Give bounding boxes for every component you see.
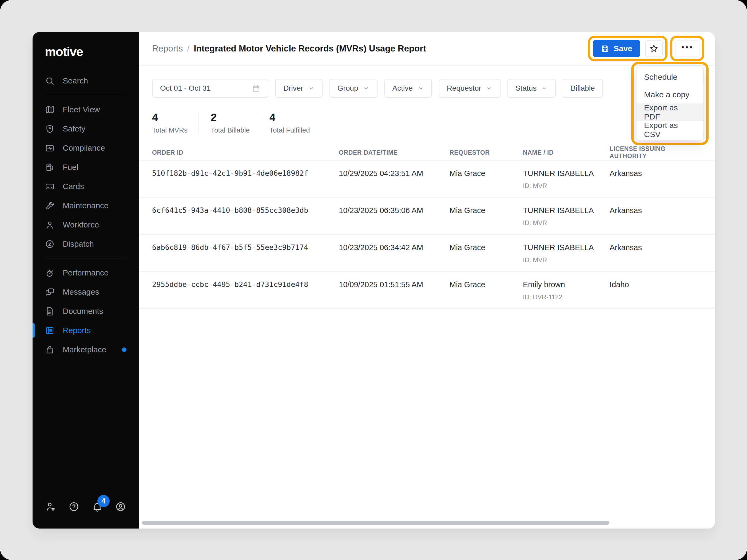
sidebar-item-label: Marketplace [63, 345, 106, 354]
sidebar-item-label: Messages [63, 288, 99, 296]
admin-settings-button[interactable] [44, 500, 57, 513]
table-header-row: ORDER ID ORDER DATE/TIME REQUESTOR NAME … [139, 145, 715, 161]
person-icon [45, 220, 55, 230]
stopwatch-icon [45, 268, 55, 278]
favorite-button[interactable] [645, 40, 663, 57]
sidebar-item-label: Documents [63, 306, 103, 316]
more-options-button[interactable]: ··· [675, 40, 699, 57]
column-header-order-id: ORDER ID [152, 149, 339, 156]
cell-authority: Arkansas [610, 169, 702, 178]
table-row: 6ab6c819-86db-4f67-b5f5-55ee3c9b7174 10/… [139, 235, 715, 272]
sidebar: motive Search Fleet View Safety Complian… [32, 32, 139, 529]
group-filter[interactable]: Group [330, 79, 378, 98]
page-title: Integrated Motor Vehicle Records (MVRs) … [194, 44, 426, 54]
sidebar-item-label: Reports [63, 326, 91, 335]
sidebar-item-reports[interactable]: Reports [32, 321, 139, 340]
menu-item-make-a-copy[interactable]: Make a copy [637, 86, 703, 104]
cell-order-datetime: 10/09/2025 01:51:55 AM [339, 280, 449, 289]
cell-requestor: Mia Grace [449, 206, 523, 215]
column-header-requestor: REQUESTOR [449, 149, 523, 156]
horizontal-scrollbar[interactable] [142, 521, 609, 525]
filter-label: Billable [571, 84, 595, 92]
cell-name-id: TURNER ISABELLA ID: MVR [523, 243, 610, 264]
save-button[interactable]: Save [593, 40, 640, 57]
sidebar-item-maintenance[interactable]: Maintenance [32, 196, 139, 215]
sidebar-item-documents[interactable]: Documents [32, 301, 139, 321]
column-header-license-issuing-authority: LICENSE ISSUING AUTHORITY [610, 145, 702, 160]
cell-authority: Arkansas [610, 206, 702, 215]
page-header: Reports / Integrated Motor Vehicle Recor… [139, 32, 715, 65]
search-icon [45, 76, 55, 86]
sidebar-item-label: Workforce [63, 220, 99, 229]
table-row: 2955ddbe-ccbc-4495-b241-d731c91de4f8 10/… [139, 272, 715, 309]
notifications-button[interactable]: 4 [91, 500, 104, 513]
cell-requestor: Mia Grace [449, 243, 523, 252]
credit-card-icon [45, 182, 55, 191]
sidebar-item-label: Fleet View [63, 105, 100, 114]
app-window: motive Search Fleet View Safety Complian… [32, 32, 715, 529]
sidebar-item-workforce[interactable]: Workforce [32, 215, 139, 234]
help-button[interactable] [68, 500, 80, 513]
sidebar-item-safety[interactable]: Safety [32, 119, 139, 138]
filters-bar: Oct 01 - Oct 31 Driver Group Active Requ… [152, 79, 702, 98]
more-options-menu: Schedule Make a copy Export as PDF Expor… [636, 67, 704, 140]
sidebar-item-performance[interactable]: Performance [32, 263, 139, 283]
cell-name: TURNER ISABELLA [523, 169, 610, 178]
sidebar-divider [45, 258, 126, 259]
account-button[interactable] [114, 500, 127, 513]
chevron-down-icon [541, 85, 548, 91]
sidebar-item-label: Dispatch [63, 239, 94, 248]
date-range-filter[interactable]: Oct 01 - Oct 31 [152, 79, 268, 98]
chevron-down-icon [363, 85, 369, 91]
mvr-usage-table: ORDER ID ORDER DATE/TIME REQUESTOR NAME … [139, 145, 715, 309]
stat-total-fulfilled: 4 Total Fulfilled [257, 111, 315, 134]
sidebar-item-cards[interactable]: Cards [32, 177, 139, 196]
sidebar-item-fleet-view[interactable]: Fleet View [32, 100, 139, 119]
notifications-badge: 4 [97, 495, 110, 507]
menu-item-export-as-csv[interactable]: Export as CSV [637, 121, 703, 139]
stat-value: 4 [152, 111, 198, 124]
cell-order-id: 6ab6c819-86db-4f67-b5f5-55ee3c9b7174 [152, 243, 339, 251]
cell-authority: Idaho [610, 280, 702, 289]
active-indicator-bar [32, 323, 35, 338]
sidebar-footer: 4 [32, 500, 139, 529]
breadcrumb-reports-link[interactable]: Reports [152, 44, 183, 54]
driver-filter[interactable]: Driver [275, 79, 323, 98]
stat-value: 4 [269, 111, 315, 124]
menu-item-schedule[interactable]: Schedule [637, 68, 703, 86]
sidebar-item-messages[interactable]: Messages [32, 283, 139, 301]
calendar-icon [252, 84, 260, 92]
sidebar-search[interactable]: Search [32, 71, 139, 90]
cell-order-datetime: 10/29/2025 04:23:51 AM [339, 169, 449, 178]
chart-frame-icon [45, 143, 55, 153]
menu-item-export-as-pdf[interactable]: Export as PDF [637, 104, 703, 121]
sidebar-item-fuel[interactable]: Fuel [32, 158, 139, 177]
sidebar-item-compliance[interactable]: Compliance [32, 138, 139, 158]
header-actions: Save ··· [588, 36, 704, 61]
billable-filter[interactable]: Billable [563, 79, 603, 98]
status-filter[interactable]: Status [508, 79, 556, 98]
cell-name: Emily brown [523, 280, 610, 289]
sidebar-item-label: Safety [63, 124, 85, 133]
stat-label: Total MVRs [152, 126, 198, 134]
cell-person-id: ID: MVR [523, 182, 610, 190]
filter-label: Status [515, 84, 537, 92]
stat-value: 2 [211, 111, 257, 124]
filter-label: Group [337, 84, 358, 92]
chevron-down-icon [486, 85, 492, 91]
report-icon [45, 326, 55, 336]
cell-name: TURNER ISABELLA [523, 243, 610, 252]
cell-order-id: 6cf641c5-943a-4410-b808-855cc308e3db [152, 206, 339, 214]
sidebar-item-marketplace[interactable]: Marketplace [32, 340, 139, 359]
question-circle-icon [68, 501, 79, 512]
save-button-label: Save [614, 44, 632, 53]
sidebar-item-dispatch[interactable]: Dispatch [32, 234, 139, 254]
filter-label: Requestor [447, 84, 481, 92]
document-icon [45, 306, 55, 316]
active-filter[interactable]: Active [384, 79, 432, 98]
requestor-filter[interactable]: Requestor [439, 79, 500, 98]
star-icon [649, 44, 659, 53]
cell-requestor: Mia Grace [449, 280, 523, 289]
filter-label: Driver [283, 84, 303, 92]
user-gear-icon [45, 501, 56, 512]
